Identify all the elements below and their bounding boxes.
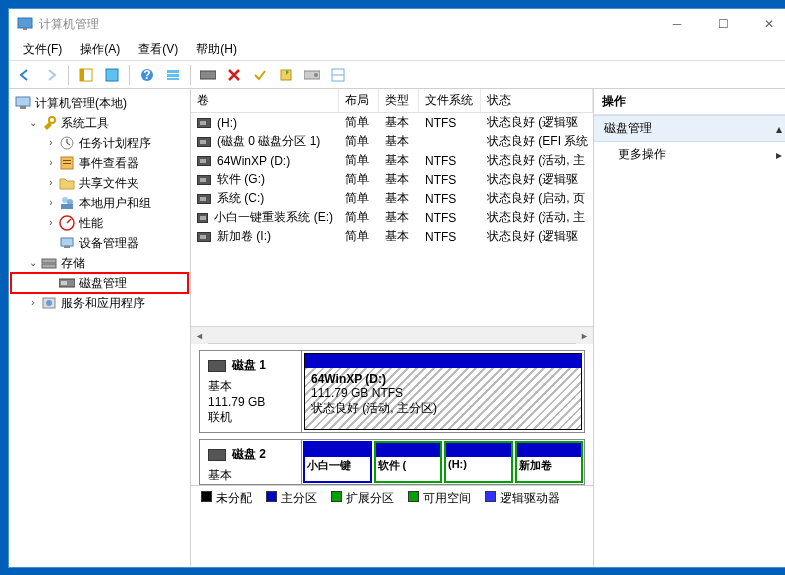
expand-icon[interactable]: › — [45, 157, 57, 169]
scroll-right-icon[interactable]: ► — [576, 327, 593, 344]
tree-diskmgmt[interactable]: 磁盘管理 — [11, 273, 188, 293]
volume-row[interactable]: (H:)简单基本NTFS状态良好 (逻辑驱 — [191, 113, 593, 132]
window-title: 计算机管理 — [39, 16, 654, 33]
volume-layout: 简单 — [339, 227, 379, 246]
disk-info[interactable]: 磁盘 1 基本 111.79 GB 联机 — [200, 351, 302, 432]
volume-type: 基本 — [379, 170, 419, 189]
svg-rect-17 — [20, 106, 26, 109]
legend-item: 扩展分区 — [331, 490, 394, 507]
check-button[interactable] — [248, 63, 272, 87]
tree-storage[interactable]: ⌄存储 — [11, 253, 188, 273]
close-button[interactable]: ✕ — [746, 9, 785, 39]
free-swatch — [408, 491, 419, 502]
tree-event[interactable]: ›事件查看器 — [11, 153, 188, 173]
delete-button[interactable] — [222, 63, 246, 87]
partition-info: 111.79 GB NTFS — [311, 386, 575, 400]
tools-icon — [41, 115, 57, 131]
tree-users[interactable]: ›本地用户和组 — [11, 193, 188, 213]
settings-button[interactable] — [300, 63, 324, 87]
expand-icon[interactable]: › — [45, 177, 57, 189]
tree-label: 磁盘管理 — [79, 274, 127, 292]
tree-systools[interactable]: ⌄系统工具 — [11, 113, 188, 133]
svg-rect-8 — [167, 74, 179, 77]
partition[interactable]: 新加卷 — [515, 441, 584, 483]
volume-layout: 简单 — [339, 151, 379, 170]
toolbar: ? — [9, 61, 785, 89]
layout-button[interactable] — [326, 63, 350, 87]
col-fs[interactable]: 文件系统 — [419, 89, 481, 112]
tree-label: 本地用户和组 — [79, 194, 151, 212]
tree-perf[interactable]: ›性能 — [11, 213, 188, 233]
partition[interactable]: 软件 ( — [374, 441, 443, 483]
svg-text:?: ? — [143, 68, 150, 82]
svg-rect-1 — [23, 28, 27, 30]
tree-devmgr[interactable]: 设备管理器 — [11, 233, 188, 253]
svg-rect-7 — [167, 70, 179, 73]
minimize-button[interactable]: ─ — [654, 9, 700, 39]
col-type[interactable]: 类型 — [379, 89, 419, 112]
expand-icon[interactable]: › — [27, 297, 39, 309]
col-status[interactable]: 状态 — [481, 89, 593, 112]
device-icon — [59, 235, 75, 251]
properties-button[interactable] — [100, 63, 124, 87]
action-diskmgmt[interactable]: 磁盘管理▴ — [594, 115, 785, 142]
svg-rect-16 — [16, 97, 30, 106]
volume-icon — [197, 137, 211, 147]
volume-row[interactable]: 新加卷 (I:)简单基本NTFS状态良好 (逻辑驱 — [191, 227, 593, 246]
collapse-icon[interactable]: ⌄ — [27, 257, 39, 269]
volume-layout: 简单 — [339, 113, 379, 132]
partition-name: 新加卷 — [517, 457, 582, 474]
volume-row[interactable]: 系统 (C:)简单基本NTFS状态良好 (启动, 页 — [191, 189, 593, 208]
disk-graphical-pane: 磁盘 1 基本 111.79 GB 联机 64WinXP (D:) 111.79… — [191, 344, 593, 567]
action-more[interactable]: 更多操作▸ — [594, 142, 785, 167]
volume-row[interactable]: (磁盘 0 磁盘分区 1)简单基本状态良好 (EFI 系统 — [191, 132, 593, 151]
horizontal-scrollbar[interactable]: ◄ ► — [191, 326, 593, 343]
menu-file[interactable]: 文件(F) — [15, 39, 70, 60]
partition[interactable]: (H:) — [444, 441, 513, 483]
titlebar: 计算机管理 ─ ☐ ✕ — [9, 9, 785, 39]
volume-name: 小白一键重装系统 (E:) — [214, 209, 333, 226]
disk-info[interactable]: 磁盘 2 基本 — [200, 440, 302, 484]
clock-icon — [59, 135, 75, 151]
svg-point-13 — [314, 73, 318, 77]
partition[interactable]: 小白一键 — [303, 441, 372, 483]
volume-fs: NTFS — [419, 113, 481, 132]
scroll-left-icon[interactable]: ◄ — [191, 327, 208, 344]
disk-button[interactable] — [196, 63, 220, 87]
partition-bar — [446, 443, 511, 457]
center-pane: 卷 布局 类型 文件系统 状态 (H:)简单基本NTFS状态良好 (逻辑驱(磁盘… — [191, 89, 594, 567]
menu-view[interactable]: 查看(V) — [130, 39, 186, 60]
expand-icon[interactable]: › — [45, 137, 57, 149]
svg-rect-10 — [200, 71, 216, 79]
volume-name: 新加卷 (I:) — [217, 228, 271, 245]
forward-button[interactable] — [39, 63, 63, 87]
volume-row[interactable]: 64WinXP (D:)简单基本NTFS状态良好 (活动, 主 — [191, 151, 593, 170]
col-volume[interactable]: 卷 — [191, 89, 339, 112]
tree-label: 存储 — [61, 254, 85, 272]
volume-fs: NTFS — [419, 208, 481, 227]
volume-row[interactable]: 小白一键重装系统 (E:)简单基本NTFS状态良好 (活动, 主 — [191, 208, 593, 227]
svg-rect-28 — [64, 246, 70, 248]
expand-icon[interactable]: › — [45, 217, 57, 229]
tree-task[interactable]: ›任务计划程序 — [11, 133, 188, 153]
volume-row[interactable]: 软件 (G:)简单基本NTFS状态良好 (逻辑驱 — [191, 170, 593, 189]
collapse-icon[interactable]: ⌄ — [27, 117, 39, 129]
expand-icon[interactable]: › — [45, 197, 57, 209]
view-list-button[interactable] — [161, 63, 185, 87]
tree-shared[interactable]: ›共享文件夹 — [11, 173, 188, 193]
tree-root[interactable]: 计算机管理(本地) — [11, 93, 188, 113]
help-button[interactable]: ? — [135, 63, 159, 87]
volume-fs: NTFS — [419, 227, 481, 246]
tree-services[interactable]: ›服务和应用程序 — [11, 293, 188, 313]
menu-action[interactable]: 操作(A) — [72, 39, 128, 60]
svg-rect-21 — [63, 160, 71, 161]
col-layout[interactable]: 布局 — [339, 89, 379, 112]
refresh-button[interactable] — [274, 63, 298, 87]
menu-help[interactable]: 帮助(H) — [188, 39, 245, 60]
back-button[interactable] — [13, 63, 37, 87]
show-hide-tree-button[interactable] — [74, 63, 98, 87]
svg-rect-25 — [61, 204, 73, 209]
actions-pane: 操作 磁盘管理▴ 更多操作▸ — [594, 89, 785, 567]
partition[interactable]: 64WinXP (D:) 111.79 GB NTFS 状态良好 (活动, 主分… — [304, 353, 582, 430]
maximize-button[interactable]: ☐ — [700, 9, 746, 39]
